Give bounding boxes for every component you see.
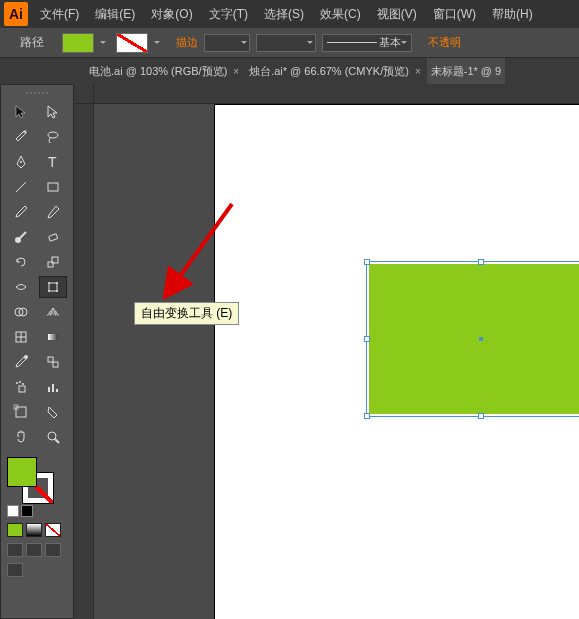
svg-point-11	[56, 282, 58, 284]
width-tool[interactable]	[7, 276, 35, 298]
type-tool[interactable]: T	[39, 151, 67, 173]
panel-gripper[interactable]	[7, 89, 67, 97]
draw-behind-icon[interactable]	[26, 543, 42, 557]
ruler-origin[interactable]	[74, 84, 94, 104]
tab-label: 未标题-1* @ 9	[431, 64, 501, 79]
eyedropper-tool[interactable]	[7, 351, 35, 373]
variable-width-profile[interactable]	[256, 34, 316, 52]
menu-object[interactable]: 对象(O)	[147, 4, 196, 25]
svg-point-10	[48, 282, 50, 284]
zoom-tool[interactable]	[39, 426, 67, 448]
draw-normal-icon[interactable]	[7, 543, 23, 557]
lasso-tool[interactable]	[39, 126, 67, 148]
svg-line-33	[55, 439, 59, 443]
svg-rect-21	[48, 357, 53, 362]
blend-tool[interactable]	[39, 351, 67, 373]
perspective-grid-tool[interactable]	[39, 301, 67, 323]
horizontal-ruler[interactable]	[94, 84, 579, 104]
control-bar: 路径 描边 基本 不透明	[0, 28, 579, 58]
workspace: T	[0, 84, 579, 619]
document-tab[interactable]: 烛台.ai* @ 66.67% (CMYK/预览) ×	[245, 58, 425, 84]
mesh-tool[interactable]	[7, 326, 35, 348]
artboard-tool[interactable]	[7, 401, 35, 423]
swap-fill-stroke-icon[interactable]	[21, 505, 33, 517]
document-tab[interactable]: 未标题-1* @ 9	[427, 58, 505, 84]
resize-handle[interactable]	[478, 413, 484, 419]
tab-label: 烛台.ai* @ 66.67% (CMYK/预览)	[249, 64, 409, 79]
stroke-dropdown-icon[interactable]	[154, 41, 160, 44]
magic-wand-tool[interactable]	[7, 126, 35, 148]
column-graph-tool[interactable]	[39, 376, 67, 398]
svg-rect-27	[48, 387, 50, 392]
fill-dropdown-icon[interactable]	[100, 41, 106, 44]
menu-effect[interactable]: 效果(C)	[316, 4, 365, 25]
menu-edit[interactable]: 编辑(E)	[91, 4, 139, 25]
svg-rect-19	[48, 334, 58, 340]
stroke-label[interactable]: 描边	[176, 35, 198, 50]
blob-brush-tool[interactable]	[7, 226, 35, 248]
titlebar: Ai 文件(F) 编辑(E) 对象(O) 文字(T) 选择(S) 效果(C) 视…	[0, 0, 579, 28]
menu-window[interactable]: 窗口(W)	[429, 4, 480, 25]
slice-tool[interactable]	[39, 401, 67, 423]
shape-builder-tool[interactable]	[7, 301, 35, 323]
svg-rect-9	[49, 283, 57, 291]
brush-definition[interactable]: 基本	[322, 34, 412, 52]
color-chip-gradient[interactable]	[26, 523, 42, 537]
selection-type-label: 路径	[20, 34, 44, 51]
app-logo: Ai	[4, 2, 28, 26]
eraser-tool[interactable]	[39, 226, 67, 248]
menu-file[interactable]: 文件(F)	[36, 4, 83, 25]
color-mode-row	[7, 523, 67, 537]
scale-tool[interactable]	[39, 251, 67, 273]
gradient-tool[interactable]	[39, 326, 67, 348]
draw-mode-row	[7, 543, 67, 557]
opacity-label[interactable]: 不透明	[428, 35, 461, 50]
resize-handle[interactable]	[364, 413, 370, 419]
selection-bounding-box[interactable]	[366, 261, 579, 417]
document-tab-bar: 电池.ai @ 103% (RGB/预览) × 烛台.ai* @ 66.67% …	[0, 58, 579, 84]
svg-rect-30	[16, 407, 26, 417]
symbol-sprayer-tool[interactable]	[7, 376, 35, 398]
screen-mode-icon[interactable]	[7, 563, 23, 577]
color-chip-solid[interactable]	[7, 523, 23, 537]
stroke-color-swatch[interactable]	[116, 33, 148, 53]
color-chip-none[interactable]	[45, 523, 61, 537]
menubar: 文件(F) 编辑(E) 对象(O) 文字(T) 选择(S) 效果(C) 视图(V…	[36, 4, 537, 25]
svg-point-25	[19, 381, 21, 383]
fill-color-swatch[interactable]	[62, 33, 94, 53]
draw-inside-icon[interactable]	[45, 543, 61, 557]
svg-point-32	[48, 432, 56, 440]
paintbrush-tool[interactable]	[7, 201, 35, 223]
menu-view[interactable]: 视图(V)	[373, 4, 421, 25]
svg-rect-22	[53, 362, 58, 367]
resize-handle[interactable]	[478, 259, 484, 265]
free-transform-tool[interactable]	[39, 276, 67, 298]
fill-box[interactable]	[7, 457, 37, 487]
fill-stroke-control[interactable]	[7, 457, 53, 503]
svg-line-3	[16, 182, 26, 192]
resize-handle[interactable]	[364, 259, 370, 265]
close-icon[interactable]: ×	[415, 66, 421, 77]
direct-selection-tool[interactable]	[39, 101, 67, 123]
menu-select[interactable]: 选择(S)	[260, 4, 308, 25]
svg-point-0	[48, 132, 58, 138]
resize-handle[interactable]	[364, 336, 370, 342]
svg-text:T: T	[48, 154, 57, 170]
rotate-tool[interactable]	[7, 251, 35, 273]
pen-tool[interactable]	[7, 151, 35, 173]
document-tab[interactable]: 电池.ai @ 103% (RGB/预览) ×	[85, 58, 243, 84]
stroke-weight-input[interactable]	[204, 34, 250, 52]
svg-point-20	[24, 355, 28, 359]
default-fill-stroke-icon[interactable]	[7, 505, 19, 517]
line-segment-tool[interactable]	[7, 176, 35, 198]
vertical-ruler[interactable]	[74, 104, 94, 619]
menu-type[interactable]: 文字(T)	[205, 4, 252, 25]
close-icon[interactable]: ×	[233, 66, 239, 77]
pencil-tool[interactable]	[39, 201, 67, 223]
rectangle-tool[interactable]	[39, 176, 67, 198]
canvas-area[interactable]: 自由变换工具 (E)	[74, 84, 579, 619]
svg-rect-6	[49, 234, 58, 241]
menu-help[interactable]: 帮助(H)	[488, 4, 537, 25]
selection-tool[interactable]	[7, 101, 35, 123]
hand-tool[interactable]	[7, 426, 35, 448]
